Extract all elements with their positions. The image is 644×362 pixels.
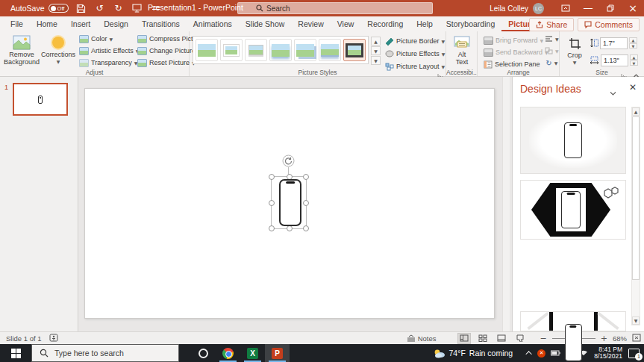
picture-styles-dialog-launcher-icon[interactable] xyxy=(437,69,444,75)
tab-animations[interactable]: Animations xyxy=(187,17,239,31)
tab-view[interactable]: View xyxy=(331,17,361,31)
share-button[interactable]: Share xyxy=(529,18,574,31)
phone-shape[interactable] xyxy=(279,179,301,226)
redo-icon[interactable]: ↻ xyxy=(113,2,125,14)
action-center-icon[interactable]: 1 xyxy=(628,349,640,358)
undo-icon[interactable]: ↺ xyxy=(94,2,106,14)
resize-handle-w[interactable] xyxy=(269,200,275,206)
remove-background-button[interactable]: Remove Background xyxy=(3,34,40,66)
autosave-switch-icon[interactable]: Off xyxy=(49,4,69,13)
zoom-out-icon[interactable]: − xyxy=(540,334,547,343)
design-idea-hexagon[interactable] xyxy=(520,180,626,240)
picture-style-option[interactable] xyxy=(294,39,316,61)
picture-style-option[interactable] xyxy=(269,39,292,61)
tab-storyboarding[interactable]: Storyboarding xyxy=(440,17,501,31)
weather-widget[interactable]: 74°F Rain coming xyxy=(434,349,513,358)
collapse-ribbon-icon[interactable] xyxy=(633,68,640,75)
height-input[interactable]: 1.7" xyxy=(600,37,628,49)
picture-border-button[interactable]: Picture Border▼ xyxy=(385,36,445,46)
resize-handle-s[interactable] xyxy=(287,225,293,231)
resize-handle-ne[interactable] xyxy=(303,174,309,180)
picture-style-option[interactable] xyxy=(220,39,243,61)
resize-handle-nw[interactable] xyxy=(269,174,275,180)
notes-button[interactable]: Notes xyxy=(407,334,437,343)
slide-counter[interactable]: Slide 1 of 1 xyxy=(6,334,42,343)
zoom-level[interactable]: 68% xyxy=(613,334,627,343)
picture-style-option[interactable] xyxy=(319,39,341,61)
start-button[interactable] xyxy=(0,344,31,362)
user-avatar[interactable]: LC xyxy=(533,3,544,14)
slide-sorter-view-button[interactable] xyxy=(476,333,490,344)
scrollbar-thumb[interactable] xyxy=(632,116,640,280)
width-input[interactable]: 1.13" xyxy=(601,54,628,66)
taskbar-app-powerpoint[interactable]: P xyxy=(265,344,290,362)
rotate-handle-icon[interactable] xyxy=(282,155,295,167)
tab-review[interactable]: Review xyxy=(291,17,330,31)
restore-button[interactable] xyxy=(599,0,622,16)
height-up-icon[interactable]: ▲ xyxy=(629,37,637,43)
minimize-button[interactable]: — xyxy=(577,0,599,16)
tab-home[interactable]: Home xyxy=(30,17,64,31)
crop-button[interactable]: Crop ▼ xyxy=(563,34,587,67)
bring-forward-button[interactable]: Bring Forward▼ xyxy=(484,35,542,46)
scroll-up-icon[interactable]: ▲ xyxy=(632,107,640,116)
comments-button[interactable]: Comments xyxy=(578,18,640,31)
battery-icon[interactable] xyxy=(551,349,560,358)
hidden-icons-chevron-icon[interactable] xyxy=(526,351,532,357)
resize-handle-sw[interactable] xyxy=(269,225,275,231)
tab-help[interactable]: Help xyxy=(410,17,440,31)
design-idea-brushstroke-white[interactable] xyxy=(520,107,626,174)
size-dialog-launcher-icon[interactable] xyxy=(621,69,628,75)
send-backward-button[interactable]: Send Backward▼ xyxy=(484,47,542,57)
taskbar-clock[interactable]: 8:41 PM 8/15/2021 xyxy=(594,346,622,361)
ribbon-search-box[interactable]: Search xyxy=(237,2,433,14)
start-presentation-icon[interactable] xyxy=(131,2,143,14)
ribbon-display-options-icon[interactable] xyxy=(554,0,577,16)
picture-style-option[interactable] xyxy=(196,39,218,61)
picture-style-option[interactable] xyxy=(245,39,267,61)
picture-style-option-selected[interactable] xyxy=(343,39,366,61)
panel-scrollbar[interactable]: ▲ ▼ xyxy=(631,107,640,325)
align-objects-button[interactable]: ▼ xyxy=(545,34,559,44)
zoom-in-icon[interactable]: + xyxy=(601,334,607,343)
taskbar-app-excel[interactable]: X xyxy=(240,344,265,362)
taskbar-app-ring[interactable] xyxy=(191,344,216,362)
slideshow-view-button[interactable] xyxy=(513,333,527,344)
save-icon[interactable] xyxy=(75,2,87,14)
slide-thumbnail[interactable] xyxy=(13,83,68,116)
height-down-icon[interactable]: ▼ xyxy=(629,43,637,49)
taskbar-search-box[interactable]: Type here to search xyxy=(31,344,179,362)
user-name[interactable]: Leila Colley xyxy=(490,4,528,13)
gallery-up-icon[interactable]: ▲ xyxy=(371,37,381,46)
tab-recording[interactable]: Recording xyxy=(360,17,410,31)
transparency-button[interactable]: Transparency▼ xyxy=(79,57,134,68)
accessibility-checker-icon[interactable] xyxy=(49,334,58,343)
close-button[interactable]: × xyxy=(622,0,644,16)
alt-text-button[interactable]: Alt Text xyxy=(450,34,474,66)
reading-view-button[interactable] xyxy=(495,333,508,344)
taskbar-app-chrome[interactable] xyxy=(216,344,240,362)
editor-scrollbar[interactable] xyxy=(502,77,510,331)
panel-chevron-down-icon[interactable] xyxy=(610,86,617,92)
picture-effects-button[interactable]: Picture Effects▼ xyxy=(385,49,445,59)
autosave-toggle[interactable]: AutoSave Off xyxy=(10,4,69,13)
corrections-button[interactable]: Corrections ▼ xyxy=(40,34,76,66)
tab-insert[interactable]: Insert xyxy=(64,17,97,31)
panel-close-icon[interactable]: ✕ xyxy=(629,82,637,93)
artistic-effects-button[interactable]: Artistic Effects▼ xyxy=(79,46,134,56)
width-down-icon[interactable]: ▼ xyxy=(630,60,638,66)
tab-transitions[interactable]: Transitions xyxy=(135,17,187,31)
rotate-objects-button[interactable]: ↻▼ xyxy=(545,57,557,68)
scroll-down-icon[interactable]: ▼ xyxy=(632,316,640,325)
gallery-down-icon[interactable]: ▼ xyxy=(371,46,381,55)
gallery-more-icon[interactable]: ▼ xyxy=(371,56,381,65)
width-up-icon[interactable]: ▲ xyxy=(630,54,638,60)
resize-handle-e[interactable] xyxy=(303,200,309,206)
resize-handle-se[interactable] xyxy=(303,225,309,231)
tab-slide-show[interactable]: Slide Show xyxy=(239,17,292,31)
tab-design[interactable]: Design xyxy=(97,17,135,31)
tab-file[interactable]: File xyxy=(0,17,30,31)
group-objects-button[interactable]: ▼ xyxy=(545,46,559,56)
onedrive-error-icon[interactable]: ✕ xyxy=(537,349,545,358)
normal-view-button[interactable] xyxy=(457,333,471,344)
